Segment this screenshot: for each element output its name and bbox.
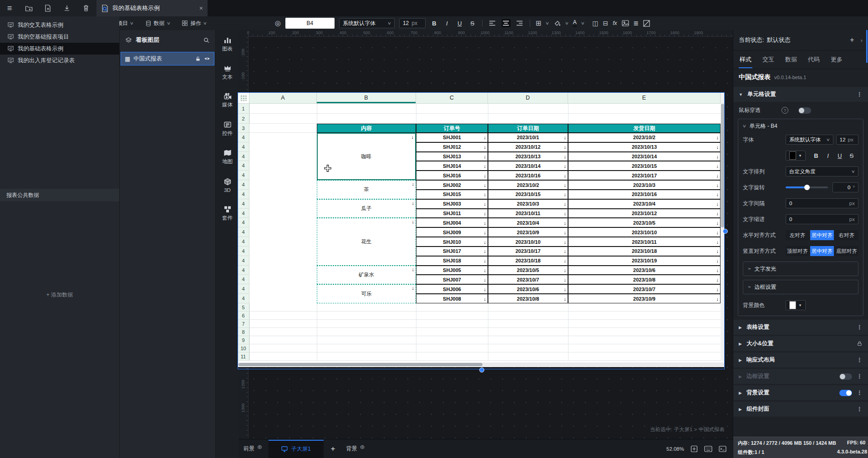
data-cell[interactable]: SHJ010↓ <box>416 237 488 247</box>
section-响应式布局[interactable]: ▶响应式布局⋮ <box>733 352 868 367</box>
data-cell[interactable]: 2023/10/17↓ <box>568 171 721 180</box>
column-header-A[interactable]: A <box>249 92 317 104</box>
section-menu-icon[interactable]: ⋮ <box>857 389 863 396</box>
underline-button[interactable]: U <box>456 20 464 27</box>
diagonal-border-icon[interactable] <box>643 20 650 27</box>
row-header[interactable]: 4 <box>238 199 249 209</box>
row-header[interactable]: 4 <box>238 171 249 180</box>
layer-item-report[interactable]: ▦ 中国式报表 <box>121 52 214 65</box>
strikethrough-button[interactable]: S <box>468 20 477 27</box>
merged-cell-茶[interactable]: 茶↓ <box>317 180 416 199</box>
section-toggle[interactable] <box>839 373 852 380</box>
help-icon[interactable]: ? <box>782 107 788 114</box>
menu-db[interactable]: 数据∨ <box>145 20 170 27</box>
table-title-cell[interactable]: 订单号 <box>416 124 488 133</box>
expand-states-icon[interactable]: › <box>861 37 863 44</box>
data-cell[interactable]: 2023/10/4↓ <box>488 218 568 227</box>
add-data-button[interactable]: + 添加数据 <box>0 291 119 299</box>
section-menu-icon[interactable]: ⋮ <box>857 324 863 331</box>
text-arrange-select[interactable]: 自定义角度∨ <box>786 166 858 176</box>
section-表格设置[interactable]: ▶表格设置⋮ <box>733 320 868 335</box>
text-spacing-input[interactable]: 0px <box>786 198 858 208</box>
italic-button[interactable]: I <box>443 20 451 27</box>
data-cell[interactable]: 2023/10/2↓ <box>488 180 568 190</box>
row-header[interactable]: 4 <box>238 180 249 190</box>
formula-icon[interactable]: fx <box>613 20 617 26</box>
section-背景设置[interactable]: ▶背景设置⋮ <box>733 385 868 400</box>
row-header[interactable]: 4 <box>238 275 249 284</box>
row-header[interactable]: 4 <box>238 237 249 247</box>
data-cell[interactable]: 2023/10/18↓ <box>568 247 721 256</box>
merged-cell-矿泉水[interactable]: 矿泉水↓ <box>317 266 416 285</box>
download-icon[interactable] <box>63 4 71 12</box>
data-cell[interactable]: 2023/10/11↓ <box>568 237 721 247</box>
inspector-tab-代码[interactable]: 代码 <box>807 51 821 68</box>
lock-icon[interactable] <box>857 341 863 347</box>
row-header[interactable]: 6 <box>238 312 249 320</box>
row-header[interactable]: 4 <box>238 227 249 237</box>
data-cell[interactable]: SHJ001↓ <box>416 133 488 142</box>
data-cell[interactable]: 2023/10/14↓ <box>488 161 568 171</box>
merged-cell-咖啡[interactable]: 咖啡↓ <box>317 133 416 180</box>
screen-tab-active[interactable]: 子大屏1 <box>269 440 324 458</box>
data-cell[interactable]: SHJ012↓ <box>416 142 488 152</box>
background-add-icon[interactable]: ⊕ <box>360 443 365 450</box>
section-menu-icon[interactable]: ⋮ <box>857 357 863 363</box>
data-cell[interactable]: 2023/10/2↓ <box>568 133 721 142</box>
data-cell[interactable]: 2023/10/12↓ <box>568 209 721 218</box>
component-category-text[interactable]: 文本 <box>216 58 239 86</box>
data-cell[interactable]: SHJ007↓ <box>416 275 488 284</box>
hamburger-menu-icon[interactable]: ≡ <box>5 4 14 12</box>
column-header-B[interactable]: B <box>317 92 416 104</box>
section-toggle[interactable] <box>839 390 852 396</box>
row-header[interactable]: 11 <box>238 352 249 361</box>
merged-cell-花生[interactable]: 花生↓ <box>317 218 416 265</box>
merged-cell-可乐[interactable]: 可乐↓ <box>317 284 416 303</box>
column-header-D[interactable]: D <box>488 92 568 104</box>
data-cell[interactable]: SHJ004↓ <box>416 218 488 227</box>
unmerge-cells-icon[interactable]: ⊟ <box>603 20 608 27</box>
sidebar-item-report[interactable]: 我的空基础报表项目 <box>0 31 119 43</box>
data-cell[interactable]: SHJ015↓ <box>416 190 488 199</box>
data-cell[interactable]: SHJ009↓ <box>416 227 488 237</box>
data-cell[interactable]: 2023/10/17↓ <box>488 247 568 256</box>
font-size-input[interactable]: 12px <box>399 18 426 28</box>
row-header[interactable]: 9 <box>238 336 249 344</box>
row-header[interactable]: 4 <box>238 209 249 218</box>
column-header-E[interactable]: E <box>568 92 721 104</box>
section-组件封面[interactable]: ▶组件封面⋮ <box>733 402 868 417</box>
sidebar-item-report[interactable]: 我的交叉表格示例 <box>0 19 119 31</box>
cell-border-section[interactable]: ∨边框设置 <box>743 280 858 294</box>
component-category-chart[interactable]: 图表 <box>216 30 239 58</box>
foreground-add-icon[interactable]: ⊕ <box>257 443 262 450</box>
data-cell[interactable]: 2023/10/5↓ <box>568 218 721 227</box>
h-align-option[interactable]: 居中对齐 <box>810 230 834 240</box>
foreground-tab[interactable]: 前景 ⊕ <box>244 445 262 453</box>
data-cell[interactable]: 2023/10/13↓ <box>568 142 721 152</box>
row-header[interactable]: 4 <box>238 142 249 152</box>
data-cell[interactable]: 2023/10/13↓ <box>488 152 568 161</box>
cell-font-select[interactable]: 系统默认字体∨ <box>786 135 833 145</box>
keyboard-shortcuts-icon[interactable] <box>704 446 712 452</box>
cell-group-header[interactable]: ∨单元格 - B4 <box>738 119 863 133</box>
data-cell[interactable]: SHJ003↓ <box>416 199 488 209</box>
section-边框设置[interactable]: ▶边框设置⋮ <box>733 369 868 384</box>
background-tab[interactable]: 背景 ⊕ <box>346 445 365 453</box>
data-cell[interactable]: 2023/10/12↓ <box>488 142 568 152</box>
bold-button[interactable]: B <box>430 20 438 27</box>
data-cell[interactable]: 2023/10/10↓ <box>488 237 568 247</box>
row-header[interactable]: 8 <box>238 328 249 336</box>
table-title-cell[interactable]: 订单日期 <box>488 124 568 133</box>
cell-italic-button[interactable]: I <box>824 152 832 159</box>
row-header[interactable]: 4 <box>238 256 249 266</box>
data-cell[interactable]: 2023/10/18↓ <box>488 256 568 266</box>
data-cell[interactable]: SHJ005↓ <box>416 266 488 275</box>
table-title-cell[interactable]: 发货日期 <box>568 124 721 133</box>
component-category-media[interactable]: 媒体 <box>216 86 239 115</box>
cell-underline-button[interactable]: U <box>836 152 844 159</box>
inspector-scrollbar[interactable] <box>866 30 868 63</box>
search-icon[interactable] <box>203 37 210 44</box>
data-cell[interactable]: 2023/10/16↓ <box>568 190 721 199</box>
data-cell[interactable]: 2023/10/3↓ <box>568 180 721 190</box>
zoom-level[interactable]: 52.08% <box>666 446 684 452</box>
